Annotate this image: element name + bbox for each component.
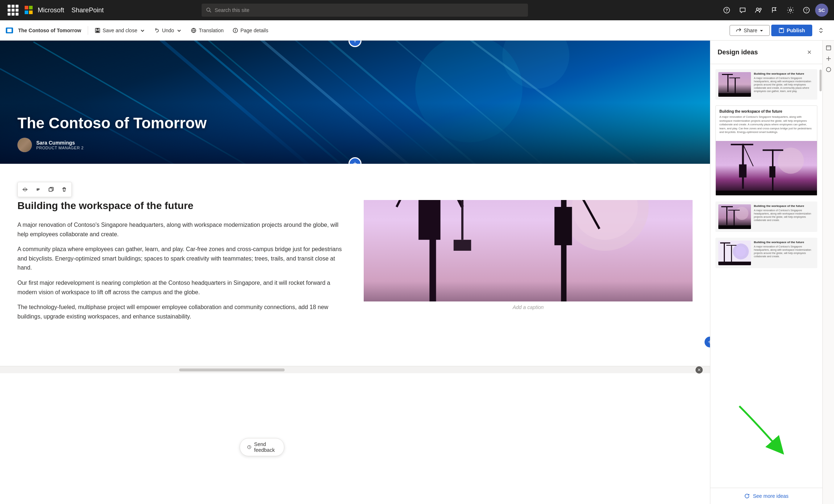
send-feedback-button[interactable]: Send feedback [240,438,284,456]
save-dropdown-icon[interactable] [140,28,145,33]
right-panel-icon-1[interactable] [824,43,833,52]
svg-rect-62 [731,143,753,145]
idea-card-1[interactable]: Building the workspace of the future A m… [715,68,818,100]
add-icon: + [353,41,357,44]
svg-rect-71 [726,206,727,225]
hero-section: + The Contoso of Tomorrow Sara Cummings … [0,41,710,164]
translation-button[interactable]: Translation [187,25,227,36]
author-info-bar: Sara Cummings PRODUCT MANAGER 2 [17,138,693,152]
panel-close-button[interactable] [804,46,815,58]
feedback-icon [247,444,251,450]
webpart-toolbar [17,182,72,197]
page-title-label: The Contoso of Tomorrow [15,25,85,36]
idea-card-4-text: A major renovation of Contoso's Singapor… [754,245,814,258]
svg-rect-55 [722,74,733,75]
author-avatar [17,138,32,152]
delete-tool[interactable] [58,184,70,195]
settings-icon-btn[interactable] [783,3,798,17]
avatar-initials: SC [818,8,825,13]
horizontal-scrollbar[interactable]: ✕ [0,366,710,373]
help-icon-btn[interactable]: ? [719,3,734,17]
idea-card-2-text: A major renovation of Contoso's Singapor… [719,115,813,134]
svg-rect-54 [727,74,728,92]
page-details-button[interactable]: Page details [229,25,272,36]
paragraph-2: A community plaza where employees can ga… [17,245,346,272]
undo-label: Undo [162,28,174,33]
translation-label: Translation [199,28,224,33]
share-people-icon-btn[interactable] [751,3,766,17]
image-placeholder[interactable] [364,200,693,301]
waffle-menu[interactable] [6,3,20,17]
text-column: Building the workspace of the future A m… [17,200,346,327]
edit-tool[interactable] [32,184,44,195]
share-label: Share [744,28,757,33]
idea-card-2-text-section: Building the workspace of the future A m… [716,106,817,141]
add-icon-3: + [708,338,710,346]
idea-card-4-inner: Building the workspace of the future A m… [715,238,817,268]
search-bar[interactable] [202,4,528,17]
publish-button[interactable]: Publish [771,25,812,36]
svg-rect-81 [731,245,732,262]
page-content-area[interactable]: + The Contoso of Tomorrow Sara Cummings … [0,41,710,504]
svg-rect-56 [735,78,736,94]
svg-rect-74 [728,210,740,211]
idea-card-4-thumb [718,241,751,265]
idea-card-2-inner: Building the workspace of the future A m… [715,105,817,196]
collapse-icon [818,28,824,33]
avatar-image [17,138,32,152]
right-panel-icon-2[interactable] [824,54,833,63]
idea-card-1-content: Building the workspace of the future A m… [754,72,814,97]
page-details-icon [232,28,238,33]
translation-icon [191,28,197,33]
idea-card-3-text: A major renovation of Contoso's Singapor… [754,209,814,222]
microsoft-logo[interactable] [25,6,33,14]
page-toolbar: The Contoso of Tomorrow Save and close U… [0,20,834,41]
idea-card-4[interactable]: Building the workspace of the future A m… [715,237,818,269]
svg-point-4 [756,8,759,10]
user-avatar[interactable]: SC [815,4,828,17]
idea-card-2-image [716,141,817,195]
svg-rect-15 [780,28,783,29]
image-container: Add a caption [364,200,693,313]
duplicate-tool[interactable] [45,184,57,195]
panel-scrollbar[interactable] [819,62,822,482]
paragraph-4: The technology-fueled, multiphase projec… [17,303,346,321]
waffle-icon [8,5,18,16]
panel-scroll-area[interactable]: Building the workspace of the future A m… [710,64,822,488]
publish-icon [779,28,784,33]
flag-icon-btn[interactable] [767,3,782,17]
svg-rect-32 [49,188,52,191]
add-section-mid-button[interactable]: + [703,336,710,349]
idea-card-1-text: A major renovation of Contoso's Singapor… [754,76,814,93]
idea-card-3[interactable]: Building the workspace of the future A m… [715,201,818,233]
undo-button[interactable]: Undo [150,25,186,36]
refresh-icon [744,493,750,499]
share-button[interactable]: Share [730,25,770,36]
publish-label: Publish [786,28,805,33]
right-panel-icon-3[interactable] [824,65,833,74]
see-more-label: See more ideas [753,493,788,499]
move-tool[interactable] [19,184,31,195]
see-more-ideas-button[interactable]: See more ideas [710,488,822,504]
undo-dropdown-icon[interactable] [176,28,182,33]
svg-rect-80 [720,242,730,243]
scroll-close-button[interactable]: ✕ [695,366,703,374]
svg-rect-59 [716,141,817,195]
collapse-button[interactable] [814,23,828,38]
idea-card-2[interactable]: Building the workspace of the future A m… [715,105,818,196]
svg-rect-79 [724,242,725,262]
idea-card-3-content: Building the workspace of the future A m… [754,204,814,229]
question-icon-btn[interactable]: ? [799,3,814,17]
design-ideas-panel: Design ideas [710,41,822,504]
save-close-button[interactable]: Save and close [91,25,149,36]
comment-icon-btn[interactable] [735,3,750,17]
top-navigation: Microsoft SharePoint ? ? SC [0,0,834,20]
svg-rect-40 [418,200,440,240]
share-dropdown-icon [759,28,764,33]
save-icon [95,28,100,33]
image-column: Add a caption [364,200,693,327]
svg-point-78 [736,246,746,257]
svg-point-6 [789,9,792,11]
image-caption[interactable]: Add a caption [364,301,693,313]
search-input[interactable] [215,7,524,13]
